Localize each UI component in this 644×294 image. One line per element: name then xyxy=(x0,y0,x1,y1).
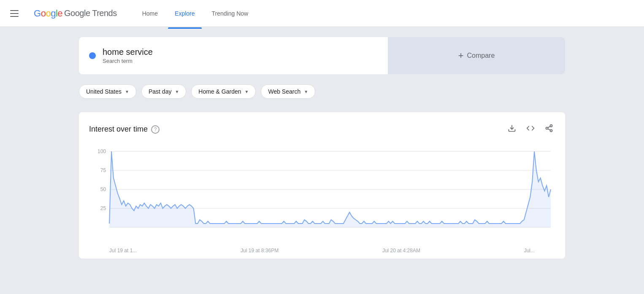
svg-point-3 xyxy=(550,129,552,132)
nav-trending-now[interactable]: Trending Now xyxy=(205,7,255,20)
filter-time-label: Past day xyxy=(149,88,171,95)
filter-country-label: United States xyxy=(86,88,122,95)
chart-container: 100 75 50 25 Jul 19 at 1... Jul 19 at 8:… xyxy=(89,143,555,254)
chevron-down-icon: ▼ xyxy=(245,89,249,94)
filter-category[interactable]: Home & Garden ▼ xyxy=(191,84,256,99)
search-term-label: Search term xyxy=(103,58,153,64)
chart-card: Interest over time ? xyxy=(79,112,565,259)
chart-title: Interest over time xyxy=(89,125,148,134)
nav: Home Explore Trending Now xyxy=(135,7,255,20)
search-term-text: home service Search term xyxy=(103,47,153,64)
chart-x-labels: Jul 19 at 1... Jul 19 at 8:36PM Jul 20 a… xyxy=(89,246,555,254)
svg-point-1 xyxy=(550,125,552,127)
nav-home[interactable]: Home xyxy=(135,7,165,20)
filter-category-label: Home & Garden xyxy=(198,88,241,95)
search-area: home service Search term + Compare xyxy=(79,37,565,74)
filter-search-type[interactable]: Web Search ▼ xyxy=(261,84,315,99)
svg-text:75: 75 xyxy=(100,167,106,173)
svg-text:100: 100 xyxy=(97,148,106,154)
chevron-down-icon: ▼ xyxy=(175,89,179,94)
x-label-2: Jul 20 at 4:28AM xyxy=(382,248,420,254)
chart-title-area: Interest over time ? xyxy=(89,125,160,134)
x-label-3: Jul... xyxy=(524,248,535,254)
header: Google Google Trends Home Explore Trendi… xyxy=(0,0,644,27)
menu-icon[interactable] xyxy=(10,8,20,19)
help-icon[interactable]: ? xyxy=(151,125,160,134)
filter-bar: United States ▼ Past day ▼ Home & Garden… xyxy=(79,81,565,102)
compare-plus-icon: + xyxy=(458,50,464,61)
svg-line-4 xyxy=(548,129,550,130)
x-label-1: Jul 19 at 8:36PM xyxy=(241,248,279,254)
share-button[interactable] xyxy=(543,122,555,136)
compare-card[interactable]: + Compare xyxy=(388,37,565,74)
chevron-down-icon: ▼ xyxy=(304,89,308,94)
chart-actions xyxy=(506,122,555,136)
filter-country[interactable]: United States ▼ xyxy=(79,84,136,99)
main-content: home service Search term + Compare Unite… xyxy=(0,27,644,294)
search-term-value: home service xyxy=(103,47,153,57)
compare-label: Compare xyxy=(467,52,495,59)
logo: Google Google Trends xyxy=(34,8,117,19)
chart-header: Interest over time ? xyxy=(89,122,555,136)
svg-text:50: 50 xyxy=(100,186,106,192)
svg-point-2 xyxy=(546,127,548,129)
nav-explore[interactable]: Explore xyxy=(168,7,201,20)
filter-search-type-label: Web Search xyxy=(268,88,300,95)
search-term-card: home service Search term xyxy=(79,37,388,74)
embed-button[interactable] xyxy=(525,122,536,136)
svg-text:25: 25 xyxy=(100,205,106,211)
download-button[interactable] xyxy=(506,122,518,136)
filter-time[interactable]: Past day ▼ xyxy=(141,84,186,99)
chevron-down-icon: ▼ xyxy=(125,89,129,94)
chart-svg: 100 75 50 25 xyxy=(89,143,555,244)
x-label-0: Jul 19 at 1... xyxy=(109,248,137,254)
search-dot xyxy=(89,52,96,59)
svg-line-5 xyxy=(548,126,550,127)
